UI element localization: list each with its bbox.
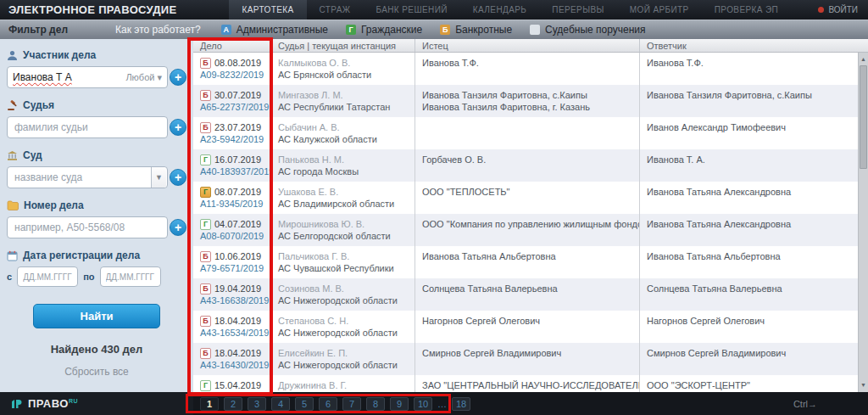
bankruptcy-case-icon: Б: [200, 348, 211, 359]
plaintiff-cell: ООО "ТЕПЛОСЕТЬ": [415, 182, 640, 214]
case-type-tabs: ААдминистративныеГГражданскиеББанкротные…: [221, 24, 646, 36]
search-button[interactable]: Найти: [33, 304, 160, 328]
pravo-logo-text[interactable]: ПРАВОRU: [28, 397, 78, 410]
case-number-link[interactable]: А43-16534/2019: [200, 328, 269, 338]
defendant-name: Иванова Т. А.: [647, 154, 861, 165]
defendant-name: Иванова Татьяна Альбертовна: [647, 250, 861, 262]
chevron-down-icon: ▼: [155, 173, 163, 182]
login-button[interactable]: ВОЙТИ: [818, 5, 868, 14]
defendant-name: ООО "ЭСКОРТ-ЦЕНТР": [647, 379, 861, 391]
judge-name: Созинова М. В.: [278, 283, 408, 294]
date-from-input[interactable]: [17, 266, 78, 287]
tab-civil[interactable]: ГГражданские: [346, 24, 422, 36]
topnav-item-kalendar[interactable]: КАЛЕНДАРЬ: [460, 0, 539, 20]
add-participant-button[interactable]: +: [170, 69, 186, 86]
column-header-judge[interactable]: Судья | текущая инстанция: [271, 39, 415, 52]
filter-cases-label: Фильтр дел: [0, 24, 68, 36]
case-number-link[interactable]: А23-5942/2019: [200, 134, 264, 144]
page-button-4[interactable]: 4: [271, 397, 290, 411]
judge-name: Ушакова Е. В.: [278, 186, 408, 198]
judge-name: Елисейкин Е. П.: [278, 347, 408, 359]
scroll-up-icon[interactable]: ▲: [859, 54, 868, 64]
case-number-link[interactable]: А08-6070/2019: [200, 231, 264, 241]
court-name: АС Белгородской области: [278, 230, 408, 242]
judge-input[interactable]: [7, 116, 168, 138]
case-date-line: Б18.04.2019: [200, 315, 264, 327]
page-button-2[interactable]: 2: [224, 397, 242, 411]
case-number-link[interactable]: А40-183937/2019: [200, 166, 271, 177]
topnav-item-strazh[interactable]: СТРАЖ: [307, 0, 364, 20]
case-date-line: Б10.06.2019: [200, 250, 264, 262]
tab-bankruptcy[interactable]: ББанкротные: [440, 24, 512, 36]
vertical-scrollbar[interactable]: ▲ ▼: [858, 53, 868, 392]
case-number-link[interactable]: А43-16638/2019: [200, 295, 269, 306]
plaintiff-cell: Иванова Танзиля Фаритовна, с.КаипыИванов…: [415, 85, 640, 117]
chevron-down-icon: ▾: [157, 72, 162, 82]
scrollbar-thumb[interactable]: [860, 65, 867, 169]
case-number-link[interactable]: А43-16430/2019: [200, 360, 269, 370]
defendant-cell: Нагорнов Сергей Олегович: [640, 311, 868, 343]
participant-input[interactable]: Иванова Т А Любой ▾: [7, 66, 168, 88]
court-dropdown-button[interactable]: ▼: [151, 167, 166, 188]
judge-name: Калмыкова О. В.: [278, 57, 408, 69]
civil-case-icon: Г: [200, 219, 211, 230]
page-button-5[interactable]: 5: [295, 397, 314, 411]
page-button-8[interactable]: 8: [366, 397, 385, 411]
case-number-input[interactable]: [7, 216, 168, 238]
case-date-line: Г15.04.2019: [200, 379, 264, 391]
pagination-ellipsis: …: [437, 399, 447, 409]
topnav-item-bank-resheniy[interactable]: БАНК РЕШЕНИЙ: [363, 0, 459, 20]
case-number-link[interactable]: А65-22737/2019: [200, 102, 269, 112]
page-button-7[interactable]: 7: [342, 397, 361, 411]
page-button-6[interactable]: 6: [319, 397, 337, 411]
participant-role-dropdown[interactable]: Любой ▾: [125, 72, 162, 83]
plaintiff-name: ООО "ТЕПЛОСЕТЬ": [422, 186, 632, 198]
add-court-button[interactable]: +: [170, 169, 186, 186]
judge-name: Мирошникова Ю. В.: [278, 218, 408, 230]
case-number-link[interactable]: А11-9345/2019: [200, 199, 263, 209]
page-button-18[interactable]: 18: [452, 397, 470, 411]
topnav-item-moy-arbitr[interactable]: МОЙ АРБИТР: [617, 0, 702, 20]
topnav-item-pereryvy[interactable]: ПЕРЕРЫВЫ: [539, 0, 616, 20]
case-date-line: Б08.08.2019: [200, 57, 264, 69]
case-type-administrative-icon: А: [221, 25, 231, 35]
bankruptcy-case-icon: Б: [200, 58, 211, 69]
topnav-item-proverka-ep[interactable]: ПРОВЕРКА ЭП: [702, 0, 791, 20]
page-button-10[interactable]: 10: [414, 397, 432, 411]
participant-group: Участник дела Иванова Т А Любой ▾ +: [7, 49, 186, 88]
plaintiff-cell: ЗАО "ЦЕНТРАЛЬНЫЙ НАУЧНО-ИССЛЕДОВАТЕЛЬСКИ…: [415, 375, 640, 392]
court-input[interactable]: [7, 166, 168, 188]
column-header-defendant[interactable]: Ответчик: [640, 39, 868, 52]
column-header-case[interactable]: Дело: [193, 39, 271, 52]
page-button-3[interactable]: 3: [248, 397, 266, 411]
case-number-group: Номер дела +: [7, 199, 186, 238]
how-it-works-link[interactable]: Как это работает?: [115, 24, 201, 36]
date-to-input[interactable]: [100, 266, 161, 287]
tab-judicial-orders[interactable]: Судебные поручения: [530, 24, 645, 36]
scroll-down-icon[interactable]: ▼: [859, 380, 868, 390]
topnav-item-kartoteka[interactable]: КАРТОТЕКА: [229, 0, 306, 20]
page-button-1[interactable]: 1: [200, 397, 219, 411]
page-button-9[interactable]: 9: [390, 397, 409, 411]
judge-name: Мингазов Л. М.: [278, 89, 408, 101]
case-date-line: Б23.07.2019: [200, 121, 264, 133]
reset-all-link[interactable]: Сбросить все: [7, 366, 186, 378]
add-case-number-button[interactable]: +: [170, 219, 186, 236]
case-date: 30.07.2019: [214, 89, 261, 101]
add-judge-button[interactable]: +: [170, 119, 186, 136]
keyboard-shortcut-hint: Ctrl→: [793, 399, 817, 409]
judge-name: Степанова С. Н.: [278, 315, 408, 327]
calendar-icon: [7, 250, 18, 261]
case-cell: Б23.07.2019А23-5942/2019: [193, 117, 271, 149]
case-cell: Б18.04.2019А43-16534/2019: [193, 311, 271, 343]
column-header-plaintiff[interactable]: Истец: [415, 39, 640, 52]
court-name: АС Нижегородской области: [278, 294, 408, 306]
case-cell: Б18.04.2019А43-16430/2019: [193, 343, 271, 375]
table-row: Б08.08.2019А09-8232/2019Калмыкова О. В.А…: [193, 53, 868, 85]
plaintiff-name: ЗАО "ЦЕНТРАЛЬНЫЙ НАУЧНО-ИССЛЕДОВАТЕЛЬСКИ…: [422, 379, 632, 391]
case-number-link[interactable]: А09-8232/2019: [200, 70, 264, 80]
results-count: Найдено 430 дел: [7, 343, 186, 356]
tab-administrative[interactable]: ААдминистративные: [221, 24, 328, 36]
case-number-link[interactable]: А79-6571/2019: [200, 263, 264, 273]
plaintiff-name: Иванова Танзиля Фаритовна, с.Каипы: [422, 89, 632, 101]
